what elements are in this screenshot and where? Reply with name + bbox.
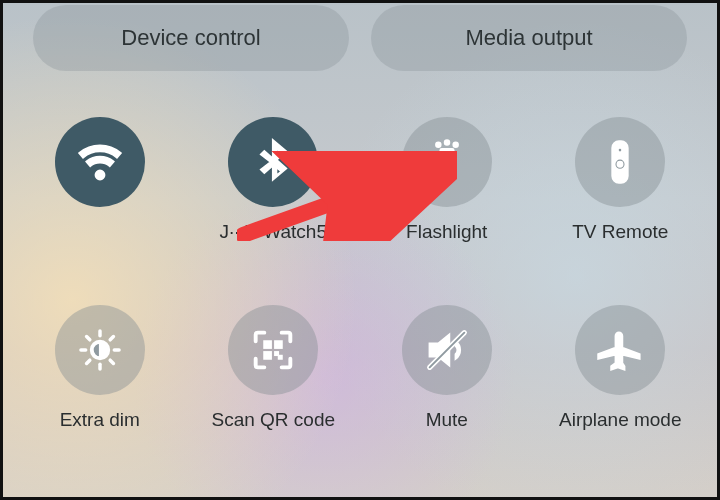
extra-dim-tile[interactable]: Extra dim bbox=[13, 305, 187, 431]
svg-line-16 bbox=[86, 360, 89, 363]
device-control-label: Device control bbox=[121, 25, 260, 51]
svg-line-17 bbox=[110, 337, 113, 340]
scan-qr-label: Scan QR code bbox=[211, 409, 335, 431]
scan-qr-tile[interactable]: Scan QR code bbox=[187, 305, 361, 431]
airplane-tile[interactable]: Airplane mode bbox=[534, 305, 708, 431]
device-control-button[interactable]: Device control bbox=[33, 5, 349, 71]
mute-icon bbox=[402, 305, 492, 395]
tiles-grid: J···'s Watch5 Flashlight bbox=[3, 71, 717, 431]
svg-point-8 bbox=[618, 162, 623, 167]
wifi-icon bbox=[55, 117, 145, 207]
wifi-tile[interactable] bbox=[13, 117, 187, 243]
airplane-label: Airplane mode bbox=[559, 409, 682, 431]
airplane-icon bbox=[575, 305, 665, 395]
svg-point-2 bbox=[436, 143, 440, 147]
svg-line-14 bbox=[86, 337, 89, 340]
svg-point-4 bbox=[453, 143, 457, 147]
bluetooth-tile[interactable]: J···'s Watch5 bbox=[187, 117, 361, 243]
flashlight-tile[interactable]: Flashlight bbox=[360, 117, 534, 243]
svg-rect-19 bbox=[275, 341, 282, 348]
svg-rect-21 bbox=[275, 352, 278, 355]
extra-dim-icon bbox=[55, 305, 145, 395]
top-button-row: Device control Media output bbox=[3, 3, 717, 71]
svg-line-15 bbox=[110, 360, 113, 363]
svg-point-6 bbox=[618, 148, 623, 153]
media-output-button[interactable]: Media output bbox=[371, 5, 687, 71]
svg-rect-18 bbox=[265, 341, 272, 348]
mute-label: Mute bbox=[426, 409, 468, 431]
svg-point-3 bbox=[445, 140, 449, 144]
tv-remote-icon bbox=[575, 117, 665, 207]
bluetooth-label: J···'s Watch5 bbox=[220, 221, 327, 243]
svg-rect-22 bbox=[279, 356, 282, 359]
tv-remote-tile[interactable]: TV Remote bbox=[534, 117, 708, 243]
quick-settings-panel: Device control Media output J···'s Watch… bbox=[0, 0, 720, 500]
media-output-label: Media output bbox=[465, 25, 592, 51]
bluetooth-icon bbox=[228, 117, 318, 207]
flashlight-icon bbox=[402, 117, 492, 207]
svg-rect-20 bbox=[265, 352, 272, 359]
extra-dim-label: Extra dim bbox=[60, 409, 140, 431]
qr-icon bbox=[228, 305, 318, 395]
svg-point-1 bbox=[445, 162, 449, 166]
flashlight-label: Flashlight bbox=[406, 221, 487, 243]
mute-tile[interactable]: Mute bbox=[360, 305, 534, 431]
tv-remote-label: TV Remote bbox=[572, 221, 668, 243]
